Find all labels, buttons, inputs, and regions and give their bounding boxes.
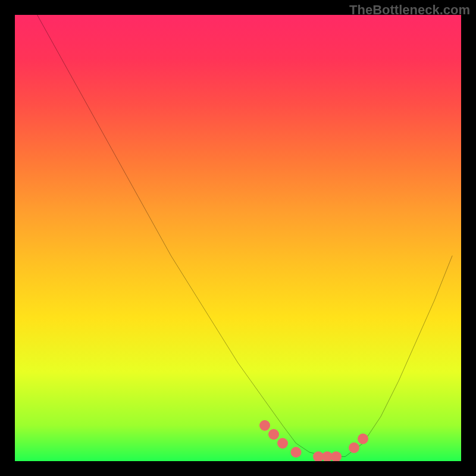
svg-point-0 [259, 420, 270, 431]
svg-point-1 [268, 429, 279, 440]
bottleneck-curve [37, 15, 453, 457]
watermark: TheBottleneck.com [349, 2, 470, 18]
svg-point-3 [291, 447, 302, 458]
svg-point-2 [277, 438, 288, 449]
svg-point-6 [331, 452, 342, 462]
svg-point-8 [358, 434, 368, 444]
curve-layer [15, 15, 461, 461]
highlight-dots [259, 420, 368, 461]
svg-point-7 [349, 443, 359, 453]
plot-area [15, 15, 461, 461]
